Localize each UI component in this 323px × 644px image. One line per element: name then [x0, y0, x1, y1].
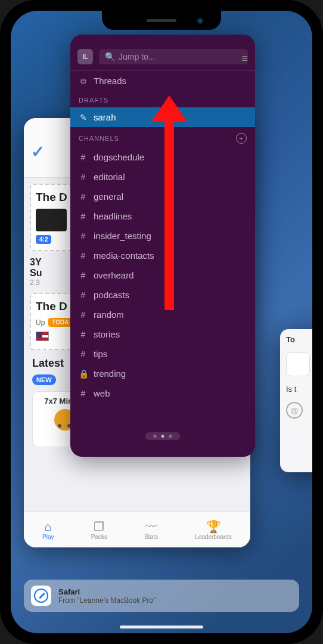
- channel-media-contacts[interactable]: #media-contacts: [70, 246, 255, 265]
- channel-label: headlines: [94, 211, 132, 221]
- workspace-avatar[interactable]: IL: [77, 49, 93, 64]
- channel-editorial[interactable]: #editorial: [70, 167, 255, 187]
- channel-dogschedule[interactable]: #dogschedule: [70, 147, 255, 167]
- channel-label: web: [94, 388, 110, 398]
- app-card-right-peek[interactable]: To Is t @: [280, 329, 312, 472]
- trophy-icon: 🏆: [195, 519, 232, 534]
- pill-up: Up: [36, 318, 45, 327]
- stack-icon: ❐: [91, 519, 107, 534]
- tab-leaderboards[interactable]: 🏆Leaderboards: [195, 519, 232, 540]
- checkmark-icon: ✓: [31, 142, 45, 162]
- safari-icon: [31, 586, 51, 606]
- time-pill: 4:2: [36, 235, 51, 244]
- lock-icon: 🔒: [79, 369, 88, 379]
- tab-stats[interactable]: 〰Stats: [144, 520, 158, 540]
- channel-stories[interactable]: #stories: [70, 324, 255, 344]
- channel-web[interactable]: #web: [70, 383, 255, 403]
- channel-label: dogschedule: [94, 152, 144, 162]
- search-icon: 🔍: [105, 52, 115, 61]
- channel-label: overheard: [94, 270, 134, 280]
- peek-thumbnail: [286, 352, 310, 376]
- handoff-app: Safari: [58, 587, 156, 596]
- hash-icon: #: [79, 290, 88, 300]
- app-card-slack[interactable]: IL 🔍 Jump to... ≡ ⊜ Threads DRAFTS ✎ sar…: [70, 35, 255, 457]
- jump-placeholder: Jump to...: [119, 52, 155, 61]
- channel-tips[interactable]: #tips: [70, 344, 255, 364]
- channel-label: tips: [94, 349, 107, 359]
- drafts-header[interactable]: DRAFTS: [70, 91, 255, 107]
- hamburger-icon[interactable]: ≡: [241, 52, 248, 65]
- at-icon: @: [286, 402, 303, 419]
- home-indicator[interactable]: [120, 626, 203, 628]
- channels-header[interactable]: CHANNELS +: [70, 127, 255, 147]
- pencil-icon: ✎: [79, 113, 88, 122]
- notch: [102, 11, 221, 30]
- draft-label: sarah: [94, 112, 116, 122]
- today-pill: TODA: [48, 318, 72, 327]
- draft-item-sarah[interactable]: ✎ sarah: [70, 107, 255, 127]
- hash-icon: #: [79, 389, 88, 398]
- page-indicator[interactable]: [145, 432, 181, 440]
- channel-trending[interactable]: 🔒trending: [70, 364, 255, 383]
- new-badge: NEW: [32, 374, 56, 385]
- channel-general[interactable]: #general: [70, 187, 255, 206]
- channel-label: editorial: [94, 172, 125, 182]
- hash-icon: #: [79, 310, 88, 320]
- hash-icon: #: [79, 153, 88, 162]
- tab-play[interactable]: ⌂Play: [42, 520, 54, 540]
- threads-row[interactable]: ⊜ Threads: [70, 71, 255, 91]
- handoff-source: From "Leanne's MacBook Pro": [58, 596, 156, 605]
- hash-icon: #: [79, 212, 88, 221]
- hash-icon: #: [79, 172, 88, 182]
- channel-label: stories: [94, 329, 120, 339]
- chart-icon: 〰: [144, 520, 158, 534]
- add-channel-button[interactable]: +: [236, 133, 247, 144]
- jump-to-search[interactable]: 🔍 Jump to...: [99, 49, 248, 64]
- channel-label: trending: [94, 369, 126, 379]
- channel-insider_testing[interactable]: #insider_testing: [70, 226, 255, 246]
- channel-label: general: [94, 191, 123, 202]
- peek-line: Is t: [286, 385, 312, 394]
- channel-label: insider_testing: [94, 231, 151, 241]
- tab-packs[interactable]: ❐Packs: [91, 519, 107, 540]
- hash-icon: #: [79, 231, 88, 241]
- hash-icon: #: [79, 192, 88, 202]
- tab-bar: ⌂Play ❐Packs 〰Stats 🏆Leaderboards: [24, 512, 250, 547]
- hash-icon: #: [79, 251, 88, 261]
- hash-icon: #: [79, 349, 88, 359]
- home-icon: ⌂: [42, 520, 54, 534]
- hash-icon: #: [79, 330, 88, 339]
- channel-random[interactable]: #random: [70, 305, 255, 324]
- channel-headlines[interactable]: #headlines: [70, 206, 255, 226]
- channel-label: media-contacts: [94, 250, 154, 261]
- hash-icon: #: [79, 271, 88, 280]
- threads-icon: ⊜: [79, 76, 88, 86]
- peek-header: To: [286, 335, 312, 344]
- channel-label: random: [94, 309, 124, 320]
- threads-label: Threads: [94, 76, 126, 86]
- channel-podcasts[interactable]: #podcasts: [70, 285, 255, 305]
- channel-overheard[interactable]: #overheard: [70, 265, 255, 285]
- handoff-banner[interactable]: Safari From "Leanne's MacBook Pro": [24, 580, 299, 612]
- channel-label: podcasts: [94, 290, 129, 300]
- flag-icon: [36, 332, 49, 341]
